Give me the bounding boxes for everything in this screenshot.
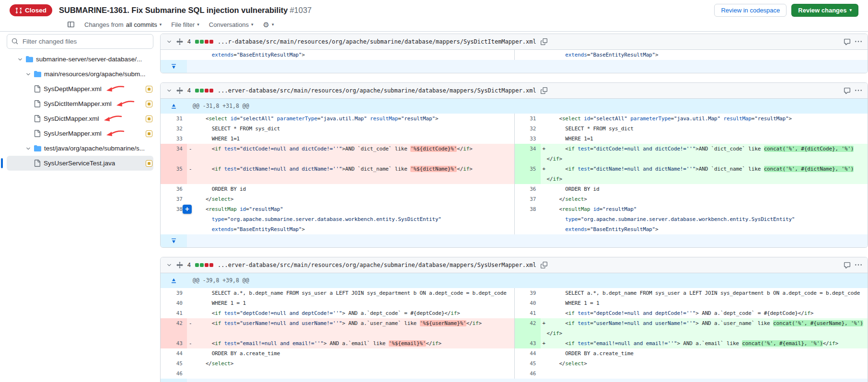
line-number[interactable]: 32	[514, 124, 541, 134]
line-number[interactable]: 35	[514, 164, 541, 174]
diff-settings-dropdown[interactable]: ⚙▾	[263, 21, 274, 28]
line-number[interactable]: 44	[514, 348, 541, 359]
line-number[interactable]: 35	[161, 164, 187, 174]
expand-hunk-button[interactable]	[161, 99, 187, 114]
diff-code-line[interactable]	[187, 174, 514, 184]
diff-code-line[interactable]: </select>	[541, 359, 868, 369]
diff-code-line[interactable]: WHERE 1 = 1	[187, 298, 514, 308]
diff-code-line[interactable]: <if test="deptCode!=null and deptCode!='…	[187, 308, 514, 318]
line-number[interactable]	[514, 174, 541, 184]
conversations-dropdown[interactable]: Conversations▾	[209, 21, 254, 28]
line-number[interactable]: 37	[514, 194, 541, 204]
line-number[interactable]: 39	[161, 288, 187, 298]
diff-code-line[interactable]: - <if test="userName!=null and userName!…	[187, 318, 514, 328]
diff-code-line[interactable]: SELECT a.*, b.dept_name FROM sys_user a …	[541, 288, 868, 298]
diff-code-line[interactable]: WHERE 1=1	[541, 134, 868, 144]
diff-code-line[interactable]: extends="BaseEntityResultMap">	[541, 224, 868, 234]
collapse-file-chevron-icon[interactable]	[166, 262, 172, 268]
line-number[interactable]: 45	[514, 359, 541, 369]
diff-code-line[interactable]	[187, 369, 514, 379]
line-number[interactable]: 45	[161, 359, 187, 369]
diff-code-line[interactable]: type="org.apache.submarine.server.databa…	[187, 214, 514, 224]
line-number[interactable]: 43	[161, 338, 187, 348]
line-number[interactable]	[514, 154, 541, 164]
line-number[interactable]: 40	[161, 298, 187, 308]
diff-code-line[interactable]: </select>	[541, 194, 868, 204]
diff-code-line[interactable]: - <if test="email!=null and email!=''"> …	[187, 338, 514, 348]
diff-code-line[interactable]: type="org.apache.submarine.server.databa…	[541, 214, 868, 224]
diff-code-line[interactable]: <resultMap id="resultMap"	[187, 204, 514, 214]
line-number[interactable]: 46	[161, 369, 187, 379]
sidebar-toggle-icon[interactable]	[67, 21, 75, 28]
line-number[interactable]	[161, 224, 187, 234]
comment-icon[interactable]	[844, 262, 851, 269]
review-in-codespace-button[interactable]: Review in codespace	[714, 4, 787, 17]
review-changes-button[interactable]: Review changes▾	[791, 4, 858, 17]
expand-diff-button[interactable]	[161, 60, 187, 73]
tree-file-item[interactable]: SysDictMapper.xml	[7, 111, 153, 126]
line-number[interactable]	[161, 50, 187, 60]
diff-code-line[interactable]	[187, 328, 514, 338]
diff-code-line[interactable]: </if>	[541, 174, 868, 184]
diff-code-line[interactable]: WHERE 1=1	[187, 134, 514, 144]
add-comment-button[interactable]: +	[183, 205, 192, 214]
expand-diff-button[interactable]	[161, 234, 187, 247]
copy-path-icon[interactable]	[541, 38, 547, 45]
tree-file-item[interactable]: SysUserMapper.xml	[7, 126, 153, 141]
line-number[interactable]	[514, 224, 541, 234]
line-number[interactable]: 42	[514, 318, 541, 328]
line-number[interactable]	[514, 328, 541, 338]
diff-code-line[interactable]	[187, 154, 514, 164]
line-number[interactable]	[161, 174, 187, 184]
line-number[interactable]: 41	[514, 308, 541, 318]
line-number[interactable]: 38	[514, 204, 541, 214]
diff-code-line[interactable]: extends="BaseEntityResultMap">	[541, 50, 868, 60]
copy-path-icon[interactable]	[541, 87, 547, 94]
diff-code-line[interactable]: extends="BaseEntityResultMap">	[187, 50, 514, 60]
expand-diff-button[interactable]	[161, 379, 187, 382]
kebab-menu-icon[interactable]	[855, 38, 862, 45]
diff-code-line[interactable]: SELECT * FROM sys_dict	[541, 124, 868, 134]
line-number[interactable]: 31	[161, 114, 187, 124]
line-number[interactable]	[161, 328, 187, 338]
kebab-menu-icon[interactable]	[855, 262, 862, 268]
diff-code-line[interactable]: + <if test="email!=null and email!=''"> …	[541, 338, 868, 348]
diff-code-line[interactable]: </if>	[541, 328, 868, 338]
tree-file-item[interactable]: SysDictItemMapper.xml	[7, 96, 153, 111]
diff-code-line[interactable]: + <if test="dictName!=null and dictName!…	[541, 164, 868, 174]
copy-path-icon[interactable]	[541, 262, 547, 268]
diff-code-line[interactable]: </select>	[187, 359, 514, 369]
diff-code-line[interactable]	[541, 369, 868, 379]
diff-code-line[interactable]: SELECT a.*, b.dept_name FROM sys_user a …	[187, 288, 514, 298]
comment-icon[interactable]	[844, 87, 851, 94]
line-number[interactable]	[161, 154, 187, 164]
diff-code-line[interactable]: + <if test="dictCode!=null and dictCode!…	[541, 144, 868, 154]
tree-file-item[interactable]: SysDeptMapper.xml	[7, 81, 153, 96]
line-number[interactable]	[161, 214, 187, 224]
diff-code-line[interactable]: </if>	[541, 154, 868, 164]
tree-folder-item[interactable]: test/java/org/apache/submarine/s...	[7, 141, 153, 156]
diff-code-line[interactable]: </select>	[187, 194, 514, 204]
line-number[interactable]: 37	[161, 194, 187, 204]
diff-code-line[interactable]: <if test="deptCode!=null and deptCode!='…	[541, 308, 868, 318]
comment-icon[interactable]	[844, 38, 851, 46]
file-filter-dropdown[interactable]: File filter▾	[171, 21, 199, 28]
diff-code-line[interactable]: extends="BaseEntityResultMap">	[187, 224, 514, 234]
drag-handle-icon[interactable]	[176, 262, 183, 268]
line-number[interactable]: 33	[514, 134, 541, 144]
tree-folder-item[interactable]: submarine-server/server-database/...	[7, 52, 153, 67]
diff-code-line[interactable]: - <if test="dictName!=null and dictName!…	[187, 164, 514, 174]
diff-code-line[interactable]: WHERE 1 = 1	[541, 298, 868, 308]
line-number[interactable]: 36	[161, 184, 187, 194]
line-number[interactable]: 34	[514, 144, 541, 154]
diff-code-line[interactable]: ORDER BY a.create_time	[187, 348, 514, 359]
line-number[interactable]: 43	[514, 338, 541, 348]
kebab-menu-icon[interactable]	[855, 87, 862, 94]
tree-file-item[interactable]: SysUserServiceTest.java	[7, 156, 153, 171]
diff-code-line[interactable]: <select id="selectAll" parameterType="ja…	[541, 114, 868, 124]
line-number[interactable]: 41	[161, 308, 187, 318]
line-number[interactable]: 38+	[161, 204, 187, 214]
line-number[interactable]: 46	[514, 369, 541, 379]
line-number[interactable]: 40	[514, 298, 541, 308]
tree-folder-item[interactable]: main/resources/org/apache/subm...	[7, 67, 153, 81]
